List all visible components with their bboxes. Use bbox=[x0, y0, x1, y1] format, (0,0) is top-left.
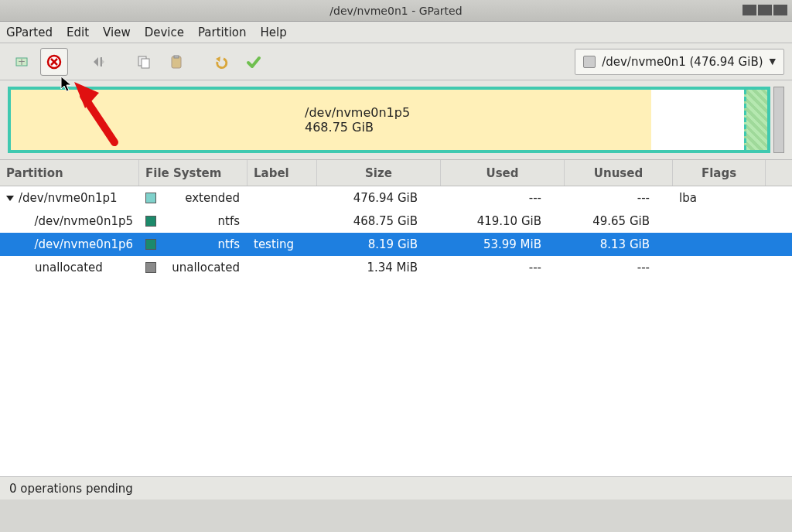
col-unused[interactable]: Unused bbox=[565, 160, 673, 186]
toolbar: + /dev/nvme0n1 (476.94 GiB) ▼ bbox=[0, 43, 792, 80]
partition-visual-name: /dev/nvme0n1p5 bbox=[305, 105, 651, 120]
partition-visual-main[interactable]: /dev/nvme0n1p5 468.75 GiB bbox=[11, 90, 651, 150]
filesystem-name: ntfs bbox=[167, 214, 240, 228]
partition-visual-size: 468.75 GiB bbox=[305, 120, 651, 135]
menu-partition[interactable]: Partition bbox=[198, 26, 247, 39]
menu-gparted[interactable]: GParted bbox=[6, 26, 53, 39]
device-selector-label: /dev/nvme0n1 (476.94 GiB) bbox=[602, 55, 763, 69]
close-button[interactable] bbox=[773, 5, 787, 15]
filesystem-name: ntfs bbox=[167, 237, 240, 251]
menu-help[interactable]: Help bbox=[261, 26, 287, 39]
expander-icon[interactable] bbox=[6, 196, 14, 201]
partition-used: --- bbox=[441, 191, 565, 205]
col-size[interactable]: Size bbox=[317, 160, 441, 186]
partition-visual-small[interactable] bbox=[744, 90, 767, 150]
menu-device[interactable]: Device bbox=[145, 26, 184, 39]
filesystem-swatch-icon bbox=[145, 216, 156, 227]
disk-usage-bar: /dev/nvme0n1p5 468.75 GiB bbox=[0, 80, 792, 159]
svg-rect-7 bbox=[142, 59, 149, 68]
partition-table: Partition File System Label Size Used Un… bbox=[0, 159, 792, 476]
filesystem-name: unallocated bbox=[167, 261, 240, 275]
partition-name: /dev/nvme0n1p6 bbox=[34, 237, 133, 251]
titlebar: /dev/nvme0n1 - GParted bbox=[0, 0, 792, 22]
partition-name: unallocated bbox=[35, 261, 103, 275]
chevron-down-icon: ▼ bbox=[770, 56, 776, 66]
window-title: /dev/nvme0n1 - GParted bbox=[329, 5, 462, 17]
col-label[interactable]: Label bbox=[248, 160, 317, 186]
window-buttons bbox=[742, 5, 787, 15]
svg-rect-9 bbox=[174, 56, 179, 58]
partition-size: 476.94 GiB bbox=[317, 191, 441, 205]
table-row[interactable]: unallocatedunallocated1.34 MiB------ bbox=[0, 256, 792, 279]
col-flags[interactable]: Flags bbox=[673, 160, 766, 186]
col-filesystem[interactable]: File System bbox=[139, 160, 248, 186]
delete-partition-button[interactable] bbox=[40, 48, 68, 76]
partition-visual[interactable]: /dev/nvme0n1p5 468.75 GiB bbox=[8, 87, 770, 153]
statusbar: 0 operations pending bbox=[0, 476, 792, 500]
filesystem-swatch-icon bbox=[145, 262, 156, 273]
svg-text:+: + bbox=[18, 56, 26, 67]
device-selector[interactable]: /dev/nvme0n1 (476.94 GiB) ▼ bbox=[575, 49, 784, 75]
partition-size: 468.75 GiB bbox=[317, 214, 441, 228]
filesystem-swatch-icon bbox=[145, 239, 156, 250]
minimize-button[interactable] bbox=[742, 5, 756, 15]
copy-button[interactable] bbox=[130, 48, 158, 76]
table-row[interactable]: /dev/nvme0n1p5ntfs468.75 GiB419.10 GiB49… bbox=[0, 210, 792, 233]
undo-button[interactable] bbox=[207, 48, 235, 76]
menu-view[interactable]: View bbox=[103, 26, 131, 39]
paste-button[interactable] bbox=[162, 48, 190, 76]
partition-size: 1.34 MiB bbox=[317, 261, 441, 275]
partition-used: 53.99 MiB bbox=[441, 237, 565, 251]
disk-scrollbar[interactable] bbox=[773, 87, 784, 153]
table-row[interactable]: /dev/nvme0n1p1extended476.94 GiB------lb… bbox=[0, 186, 792, 210]
partition-size: 8.19 GiB bbox=[317, 237, 441, 251]
partition-used: 419.10 GiB bbox=[441, 214, 565, 228]
col-used[interactable]: Used bbox=[441, 160, 565, 186]
status-text: 0 operations pending bbox=[9, 482, 133, 496]
partition-unused: --- bbox=[565, 191, 673, 205]
resize-move-button[interactable] bbox=[85, 48, 113, 76]
new-partition-button[interactable]: + bbox=[8, 48, 36, 76]
partition-unused: 49.65 GiB bbox=[565, 214, 673, 228]
menubar: GParted Edit View Device Partition Help bbox=[0, 22, 792, 43]
partition-name: /dev/nvme0n1p1 bbox=[19, 191, 118, 205]
partition-label: testing bbox=[248, 237, 317, 251]
filesystem-name: extended bbox=[167, 191, 240, 205]
partition-flags: lba bbox=[673, 191, 766, 205]
maximize-button[interactable] bbox=[758, 5, 772, 15]
partition-unused: 8.13 GiB bbox=[565, 237, 673, 251]
partition-used: --- bbox=[441, 261, 565, 275]
partition-visual-free[interactable] bbox=[651, 90, 744, 150]
partition-name: /dev/nvme0n1p5 bbox=[34, 214, 133, 228]
apply-button[interactable] bbox=[240, 48, 268, 76]
partition-unused: --- bbox=[565, 261, 673, 275]
col-partition[interactable]: Partition bbox=[0, 160, 139, 186]
filesystem-swatch-icon bbox=[145, 193, 156, 203]
table-header: Partition File System Label Size Used Un… bbox=[0, 160, 792, 186]
menu-edit[interactable]: Edit bbox=[67, 26, 89, 39]
disk-icon bbox=[583, 56, 596, 68]
table-row[interactable]: /dev/nvme0n1p6ntfstesting8.19 GiB53.99 M… bbox=[0, 233, 792, 256]
